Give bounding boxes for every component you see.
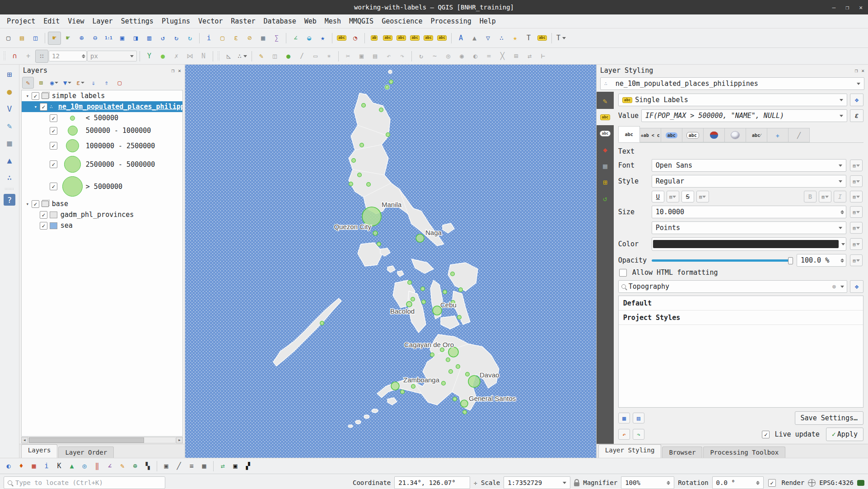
tab-placement[interactable]: ✚ xyxy=(767,128,789,142)
scrollbar-thumb[interactable] xyxy=(29,437,144,443)
zoom-to-layer-icon[interactable]: ▥ xyxy=(143,32,156,45)
messages-icon[interactable] xyxy=(857,480,864,486)
cut-features-icon[interactable]: ✂ xyxy=(341,50,355,63)
tab-layer-styling[interactable]: Layer Styling xyxy=(598,444,662,458)
render-checkbox[interactable]: ✓ xyxy=(768,479,776,487)
layers-panel-float-icon[interactable]: ❐ xyxy=(172,68,175,74)
expand-all-icon[interactable]: ⇓ xyxy=(88,77,99,89)
zoom-to-selection-icon[interactable]: ◨ xyxy=(129,32,142,45)
underline-button[interactable]: U xyxy=(652,191,664,202)
menu-project[interactable]: Project xyxy=(3,16,39,27)
menu-mesh[interactable]: Mesh xyxy=(321,16,345,27)
metasearch-icon[interactable]: ◐ xyxy=(3,460,14,472)
style-list-item-project-styles[interactable]: Project Styles xyxy=(619,310,863,325)
data-defined-override-italic[interactable]: ▤ xyxy=(850,191,863,202)
layer-group-row[interactable]: ▾✓simple labels xyxy=(22,90,182,101)
new-marker-annotation-icon[interactable]: ★ xyxy=(509,32,522,45)
styling-tab-symbology[interactable]: ✎ xyxy=(597,93,614,109)
new-annotation-layer-icon[interactable]: ✎ xyxy=(3,119,16,132)
open-layer-styling-dock-icon[interactable]: ✎ xyxy=(22,77,34,89)
symbol-visibility-checkbox[interactable]: ✓ xyxy=(50,142,57,150)
zoom-next-icon[interactable]: ↻ xyxy=(170,32,183,45)
plugin-zoom-green-icon[interactable]: ⊕ xyxy=(129,460,141,472)
zoom-last-icon[interactable]: ↺ xyxy=(156,32,169,45)
toolbar-grip[interactable] xyxy=(3,51,6,61)
layer-row[interactable]: ✓sea xyxy=(22,220,182,231)
font-style-selector[interactable]: Regular xyxy=(652,175,846,188)
plugin-web-icon[interactable]: ◎ xyxy=(79,460,90,472)
redo-style-button[interactable]: ↷ xyxy=(633,429,644,440)
project-new-icon[interactable]: ▢ xyxy=(2,32,15,45)
plugin-checker-icon[interactable]: ▚ xyxy=(142,460,154,472)
paste-features-icon[interactable]: ▤ xyxy=(369,50,382,63)
minimize-button[interactable]: — xyxy=(832,4,836,11)
data-defined-override-opacity[interactable]: ▤ xyxy=(850,254,863,266)
copy-coordinates-icon[interactable]: ▣ xyxy=(160,460,172,472)
data-defined-override-size[interactable]: ▤ xyxy=(850,206,863,218)
menu-settings[interactable]: Settings xyxy=(117,16,158,27)
split-features-icon[interactable]: N xyxy=(197,50,210,63)
expression-builder-button[interactable]: ε xyxy=(850,109,863,122)
hatch-grid-tool-icon[interactable]: ▦ xyxy=(198,460,210,472)
add-point-feature-icon[interactable]: ● xyxy=(282,50,295,63)
menu-layer[interactable]: Layer xyxy=(88,16,117,27)
simplify-feature-icon[interactable]: ~ xyxy=(428,50,441,63)
coordinate-input[interactable]: 21.34°, 126.07° xyxy=(394,476,470,489)
merge-features-icon[interactable]: ⊞ xyxy=(509,50,523,63)
layers-panel-close-icon[interactable]: ✕ xyxy=(178,68,181,74)
data-defined-override-units[interactable]: ▤ xyxy=(850,222,863,234)
menu-processing[interactable]: Processing xyxy=(426,16,475,27)
plugin-histogram-icon[interactable]: ‖ xyxy=(91,460,103,472)
deselect-features-icon[interactable]: ⊘ xyxy=(243,32,256,45)
styling-tab-history[interactable]: ↺ xyxy=(597,190,614,207)
new-text-annotation-icon[interactable]: T xyxy=(522,32,535,45)
scroll-left-icon[interactable]: ◀ xyxy=(21,437,28,443)
map-tips-icon[interactable]: ◒ xyxy=(303,32,316,45)
split-parts-icon[interactable]: ╳ xyxy=(496,50,509,63)
data-defined-override-font[interactable]: ▤ xyxy=(850,160,863,171)
zoom-in-icon[interactable]: ⊕ xyxy=(75,32,88,45)
toggle-editing-icon[interactable]: ✎ xyxy=(255,50,268,63)
visibility-checkbox[interactable]: ✓ xyxy=(40,211,47,219)
open-attribute-table-icon[interactable]: ▦ xyxy=(257,32,270,45)
icon-view-button[interactable]: ▦ xyxy=(618,413,630,423)
bw-squares-icon[interactable]: ▣ xyxy=(229,460,241,472)
text-annotation-dropdown-icon[interactable]: T xyxy=(555,32,568,45)
expander-icon[interactable]: ▾ xyxy=(24,201,31,207)
automated-placement-button[interactable]: ❖ xyxy=(850,94,863,106)
collapse-all-icon[interactable]: ⇑ xyxy=(101,77,112,89)
layer-labeling-options-icon[interactable]: abc xyxy=(335,32,348,45)
highlight-pinned-labels-icon[interactable]: ab xyxy=(368,32,381,45)
map-canvas[interactable]: ManilaQuezon CityNagaCebuBacolodCagayan … xyxy=(185,65,596,458)
save-settings-button[interactable]: Save Settings… xyxy=(795,411,863,425)
layers-hscrollbar[interactable]: ◀ ▶ xyxy=(21,437,183,443)
tab-processing-toolbox[interactable]: Processing Toolbox xyxy=(703,447,785,458)
remove-layer-icon[interactable]: ▢ xyxy=(114,77,126,89)
new-bookmark-icon[interactable]: ★ xyxy=(316,32,329,45)
expander-icon[interactable]: ▾ xyxy=(33,104,39,110)
trim-extend-icon[interactable]: ⊢ xyxy=(537,50,550,63)
menu-vector[interactable]: Vector xyxy=(194,16,227,27)
layer-row[interactable]: ✓gadm_phl_provinces xyxy=(22,209,182,220)
refresh-map-icon[interactable]: ↻ xyxy=(183,32,196,45)
plugin-kart-icon[interactable]: K xyxy=(53,460,65,472)
font-size-input[interactable]: 10.0000 xyxy=(652,206,846,218)
styling-panel-float-icon[interactable]: ❐ xyxy=(855,68,858,74)
styling-tab-masks[interactable]: abc xyxy=(597,125,614,141)
zoom-native-icon[interactable]: 1:1 xyxy=(102,32,115,45)
rotation-input[interactable]: 0.0 ° xyxy=(712,476,764,489)
digitize-with-curve-icon[interactable]: ● xyxy=(156,50,169,63)
filter-legend-icon[interactable]: ▼ xyxy=(61,77,73,89)
swap-layers-icon[interactable]: ⇄ xyxy=(217,460,229,472)
list-view-button[interactable]: ▤ xyxy=(633,413,644,423)
show-hide-labels-icon[interactable]: abc xyxy=(395,32,408,45)
plugin-paint-icon[interactable]: ✎ xyxy=(117,460,128,472)
reshape-features-icon[interactable]: ⋈ xyxy=(183,50,196,63)
zoom-out-icon[interactable]: ⊖ xyxy=(89,32,102,45)
pan-to-selection-icon[interactable]: ☛ xyxy=(61,32,75,45)
tab-text[interactable]: abc xyxy=(618,126,640,142)
new-polygon-annotation-icon[interactable]: ▽ xyxy=(481,32,495,45)
reverse-line-icon[interactable]: ⇄ xyxy=(523,50,536,63)
styling-tab-legend[interactable]: ⊞ xyxy=(597,174,614,190)
symbol-class-row[interactable]: ✓2500000 - 5000000 xyxy=(22,154,182,174)
